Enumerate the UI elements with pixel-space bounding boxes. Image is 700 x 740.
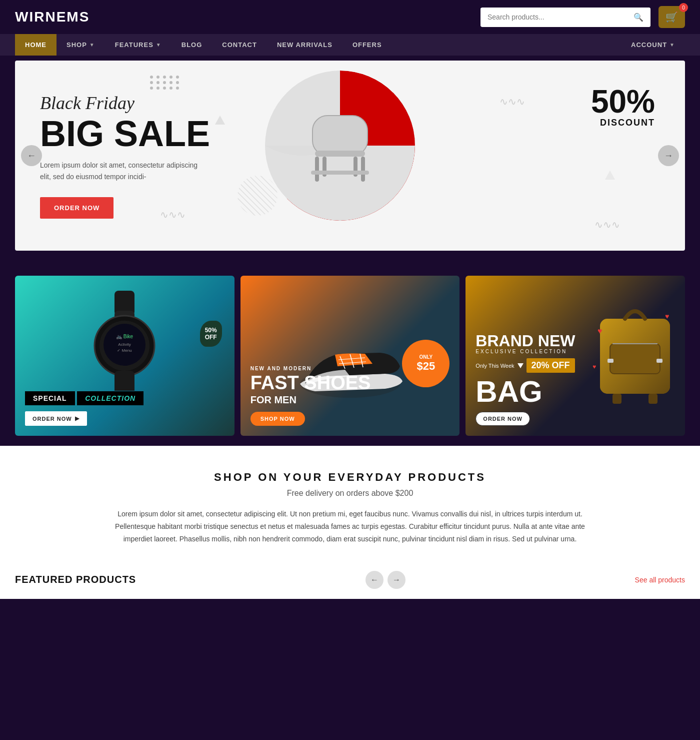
nav-item-offers[interactable]: OFFERS xyxy=(342,34,392,56)
wavy-decoration: ∿∿∿ xyxy=(500,96,525,108)
special-collection-badge: SPECIAL COLLECTION xyxy=(25,391,224,405)
chevron-down-icon: ▼ xyxy=(156,42,162,48)
watch-visual: 🚲 Bike Activity ✓ Menu xyxy=(82,291,167,393)
arrow-up-icon xyxy=(518,363,524,368)
featured-nav: ← → xyxy=(366,571,406,589)
nav-item-contact[interactable]: CONTACT xyxy=(212,34,267,56)
wavy-decoration-2: ∿∿∿ xyxy=(160,209,186,221)
svg-text:Activity: Activity xyxy=(118,342,131,347)
nav-item-account[interactable]: ACCOUNT ▼ xyxy=(621,34,685,56)
chevron-down-icon: ▼ xyxy=(670,42,675,48)
shoes-shop-label: SHOP NOW xyxy=(260,416,295,422)
promo-card-watch: 🚲 Bike Activity ✓ Menu 50%OFF SPECIAL CO… xyxy=(15,276,234,436)
collection-label: COLLECTION xyxy=(77,391,144,405)
promo-card-watch-content: SPECIAL COLLECTION ORDER NOW ▶ xyxy=(15,381,234,436)
nav-item-home[interactable]: HOME xyxy=(15,34,56,56)
svg-text:♥: ♥ xyxy=(665,312,669,320)
striped-circle-decoration xyxy=(238,176,278,216)
price-badge: ONLY $25 xyxy=(402,340,450,387)
hero-description: Lorem ipsum dolor sit amet, consectetur … xyxy=(40,160,200,182)
week-text: Only This Week xyxy=(476,363,514,369)
see-all-link[interactable]: See all products xyxy=(635,576,685,584)
percent-badge: 50%OFF xyxy=(200,321,222,347)
hero-center-image xyxy=(265,71,435,241)
promo-card-bag: ♥ ♥ ♥ BRAND NEW EXCLUSIVE COLLECTION Onl… xyxy=(466,276,685,436)
hero-cta-button[interactable]: ORDER NOW xyxy=(40,197,114,219)
chair-circle-image xyxy=(265,71,415,221)
triangle-decoration-2 xyxy=(605,171,615,180)
special-label: SPECIAL xyxy=(25,391,75,405)
watch-order-button[interactable]: ORDER NOW ▶ xyxy=(25,411,87,426)
off-badge: 20% OFF xyxy=(526,358,575,373)
shoes-shop-button[interactable]: SHOP NOW xyxy=(250,412,305,426)
nav-item-new-arrivals[interactable]: NEW ARRIVALS xyxy=(267,34,342,56)
watch-order-label: ORDER NOW xyxy=(32,416,72,422)
svg-text:✓ Menu: ✓ Menu xyxy=(118,348,132,353)
svg-rect-3 xyxy=(315,157,319,182)
site-logo: WIRNEMS xyxy=(15,9,90,25)
search-input[interactable] xyxy=(480,8,626,26)
bag-label: BAG xyxy=(476,377,675,407)
shop-subtitle: Free delivery on orders above $200 xyxy=(15,489,685,498)
main-nav: HOME SHOP ▼ FEATURES ▼ BLOG CONTACT NEW … xyxy=(0,34,700,56)
svg-text:🚲 Bike: 🚲 Bike xyxy=(116,333,134,340)
search-button[interactable]: 🔍 xyxy=(626,8,650,27)
shop-section: SHOP ON YOUR EVERYDAY PRODUCTS Free deli… xyxy=(0,446,700,561)
bag-order-label: ORDER NOW xyxy=(483,416,522,422)
featured-next-button[interactable]: → xyxy=(388,571,406,589)
svg-rect-4 xyxy=(361,157,365,182)
svg-rect-7 xyxy=(311,171,369,175)
search-bar: 🔍 xyxy=(480,8,650,27)
svg-rect-1 xyxy=(312,116,368,156)
svg-rect-2 xyxy=(315,151,365,157)
cart-badge: 0 xyxy=(679,3,688,12)
cart-button[interactable]: 🛒 0 xyxy=(658,6,685,28)
nav-item-blog[interactable]: BLOG xyxy=(172,34,212,56)
week-discount: Only This Week 20% OFF xyxy=(476,358,675,373)
wavy-decoration-3: ∿∿∿ xyxy=(594,219,620,231)
shop-title: SHOP ON YOUR EVERYDAY PRODUCTS xyxy=(15,471,685,484)
site-header: WIRNEMS 🔍 🛒 0 xyxy=(0,0,700,34)
arrow-icon: ▶ xyxy=(75,415,80,422)
triangle-decoration xyxy=(215,116,225,125)
promo-section: 🚲 Bike Activity ✓ Menu 50%OFF SPECIAL CO… xyxy=(15,276,685,436)
featured-section: FEATURED PRODUCTS ← → See all products xyxy=(0,561,700,599)
hero-banner: ∿∿∿ ∿∿∿ ∿∿∿ ← Black Friday BIG SALE Lore… xyxy=(15,61,685,251)
promo-card-shoes: ONLY $25 NEW AND MODERN FAST SHOES FOR M… xyxy=(240,276,460,436)
nav-item-shop[interactable]: SHOP ▼ xyxy=(56,34,105,56)
chevron-down-icon: ▼ xyxy=(90,42,95,48)
dots-decoration xyxy=(150,76,180,90)
header-right: 🔍 🛒 0 xyxy=(480,6,685,28)
shop-description: Lorem ipsum dolor sit amet, consectetur … xyxy=(105,508,595,546)
nav-item-features[interactable]: FEATURES ▼ xyxy=(105,34,172,56)
featured-title: FEATURED PRODUCTS xyxy=(15,574,136,585)
featured-prev-button[interactable]: ← xyxy=(366,571,384,589)
shoes-subtitle: FOR MEN xyxy=(250,394,450,406)
price-label: $25 xyxy=(416,360,435,373)
brand-new-label: BRAND NEW xyxy=(476,333,675,349)
only-label: ONLY xyxy=(419,354,432,360)
exclusive-label: EXCLUSIVE COLLECTION xyxy=(476,349,675,354)
promo-card-bag-content: BRAND NEW EXCLUSIVE COLLECTION Only This… xyxy=(466,323,685,436)
bag-order-button[interactable]: ORDER NOW xyxy=(476,412,530,426)
